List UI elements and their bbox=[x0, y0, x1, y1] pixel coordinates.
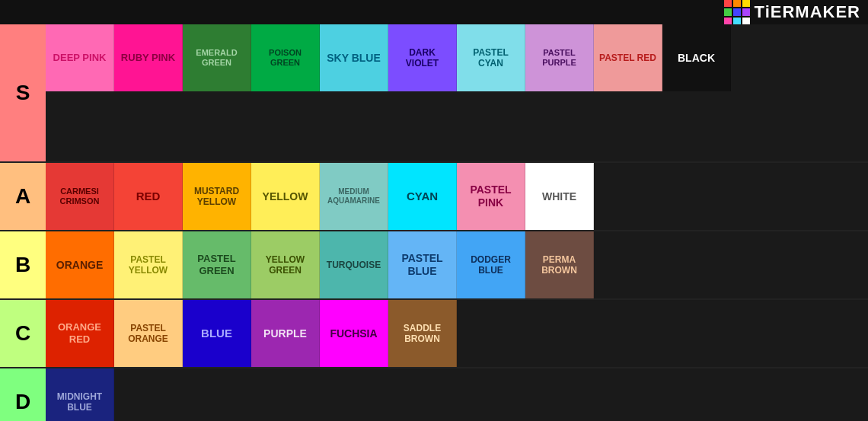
color-item-ruby-pink[interactable]: RUBY PINK bbox=[114, 24, 183, 91]
tier-label-s: S bbox=[0, 24, 46, 161]
color-item-pastel-blue[interactable]: PASTEL BLUE bbox=[388, 231, 457, 298]
logo-text: TiERMAKER bbox=[755, 2, 860, 22]
color-item-pastel-pink[interactable]: PASTEL PINK bbox=[457, 163, 525, 230]
color-item-dark-violet[interactable]: DARK VIOLET bbox=[388, 24, 457, 91]
tier-label-c: C bbox=[0, 300, 46, 367]
tier-row-c: CORANGE REDPASTEL ORANGEBLUEPURPLEFUCHSI… bbox=[0, 300, 868, 368]
color-item-orange-red[interactable]: ORANGE RED bbox=[46, 300, 114, 367]
tier-row-b: BORANGEPASTEL YELLOWPASTEL GREENYELLOW G… bbox=[0, 231, 868, 300]
color-item-red[interactable]: RED bbox=[114, 163, 183, 230]
color-item-deep-pink[interactable]: DEEP PINK bbox=[46, 24, 114, 91]
color-item-mustard-yellow[interactable]: MUSTARD YELLOW bbox=[183, 163, 251, 230]
color-item-pastel-green[interactable]: PASTEL GREEN bbox=[183, 231, 251, 298]
color-item-pastel-orange[interactable]: PASTEL ORANGE bbox=[114, 300, 183, 367]
tier-items-c: ORANGE REDPASTEL ORANGEBLUEPURPLEFUCHSIA… bbox=[46, 300, 868, 367]
color-item-blue[interactable]: BLUE bbox=[183, 300, 251, 367]
color-item-purple[interactable]: PURPLE bbox=[251, 300, 320, 367]
tier-row-d: DMIDNIGHT BLUE bbox=[0, 368, 868, 421]
tier-row-s: SDEEP PINKRUBY PINKEMERALD GREENPOISON G… bbox=[0, 24, 868, 163]
tier-items-b: ORANGEPASTEL YELLOWPASTEL GREENYELLOW GR… bbox=[46, 231, 868, 298]
tier-label-d: D bbox=[0, 368, 46, 421]
color-item-midnight-blue[interactable]: MIDNIGHT BLUE bbox=[46, 368, 114, 421]
color-item-sky-blue[interactable]: SKY BLUE bbox=[320, 24, 388, 91]
color-item-medium-aquamarine[interactable]: MEDIUM AQUAMARINE bbox=[320, 163, 388, 230]
tier-items-d: MIDNIGHT BLUE bbox=[46, 368, 868, 421]
tiermaker-app: TiERMAKER SDEEP PINKRUBY PINKEMERALD GRE… bbox=[0, 0, 868, 421]
color-item-orange[interactable]: ORANGE bbox=[46, 231, 114, 298]
tier-label-a: A bbox=[0, 163, 46, 230]
color-item-cyan[interactable]: CYAN bbox=[388, 163, 457, 230]
color-item-yellow-green[interactable]: YELLOW GREEN bbox=[251, 231, 320, 298]
color-item-pastel-cyan[interactable]: PASTEL CYAN bbox=[457, 24, 525, 91]
color-item-carmesi-crimson[interactable]: CARMESI CRIMSON bbox=[46, 163, 114, 230]
logo: TiERMAKER bbox=[724, 0, 860, 25]
color-item-pastel-red[interactable]: PASTEL RED bbox=[594, 24, 662, 91]
color-item-turquoise[interactable]: TURQUOISE bbox=[320, 231, 388, 298]
color-item-emerald-green[interactable]: EMERALD GREEN bbox=[183, 24, 251, 91]
color-item-perma-brown[interactable]: PERMA BROWN bbox=[525, 231, 594, 298]
color-item-pastel-yellow[interactable]: PASTEL YELLOW bbox=[114, 231, 183, 298]
color-item-pastel-purple[interactable]: PASTEL PURPLE bbox=[525, 24, 594, 91]
color-item-white[interactable]: WHITE bbox=[525, 163, 594, 230]
tier-items-s: DEEP PINKRUBY PINKEMERALD GREENPOISON GR… bbox=[46, 24, 868, 161]
tier-items-a: CARMESI CRIMSONREDMUSTARD YELLOWYELLOWME… bbox=[46, 163, 868, 230]
logo-grid bbox=[724, 0, 750, 25]
color-item-saddle-brown[interactable]: SADDLE BROWN bbox=[388, 300, 457, 367]
color-item-yellow[interactable]: YELLOW bbox=[251, 163, 320, 230]
color-item-black[interactable]: BLACK bbox=[662, 24, 731, 91]
color-item-fuchsia[interactable]: FUCHSIA bbox=[320, 300, 388, 367]
tier-row-a: ACARMESI CRIMSONREDMUSTARD YELLOWYELLOWM… bbox=[0, 163, 868, 231]
color-item-poison-green[interactable]: POISON GREEN bbox=[251, 24, 320, 91]
tiers-wrapper: SDEEP PINKRUBY PINKEMERALD GREENPOISON G… bbox=[0, 24, 868, 421]
color-item-dodger-blue[interactable]: DODGER BLUE bbox=[457, 231, 525, 298]
header: TiERMAKER bbox=[0, 0, 868, 24]
tier-label-b: B bbox=[0, 231, 46, 298]
